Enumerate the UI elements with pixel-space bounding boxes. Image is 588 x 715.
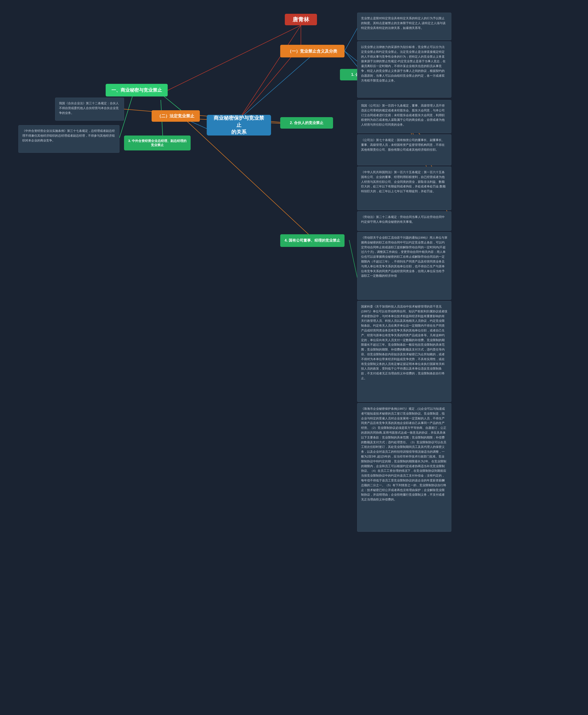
svg-line-2 — [239, 51, 317, 120]
text-card-company-law-149: 我国《公司法》第一百四十九条规定，董事、高级管理人员不得违反公司章程的规定或者未… — [357, 100, 451, 133]
svg-line-8 — [161, 94, 184, 112]
text-card-labor-notice-1996: 《劳动部关于企业职工流动若干问题的通知(1996)》用人单位与掌握商业秘密的职工… — [357, 232, 451, 300]
svg-line-4 — [344, 51, 358, 68]
text-card-state-science-1997: 国家科委《关于加强科技人员流动中技术秘密管理的若干意见(1997)》单位可以在劳… — [357, 301, 451, 402]
level3-node-foreign-company: 3. 中外合资经营企业总经理、副总经理的 竞业禁止 — [124, 135, 191, 150]
text-card-definition: 竞业禁止是限对特定营业具有特定关系的特定人的行为予以限止的制度。其特点是被禁止的… — [357, 13, 451, 40]
center-node: 商业秘密保护与竞业禁止 的关系 — [207, 115, 271, 135]
root-node: 唐青林 — [285, 14, 317, 25]
svg-line-3 — [344, 26, 358, 51]
level3-node-partnership: 2. 合伙人的竞业禁止 — [280, 117, 333, 129]
text-card-criminal-law-165: 《中华人民共和国刑法》第一百六十五条规定：第一百六十五条 国有公司、企业的董事、… — [357, 167, 451, 210]
text-card-company-law-70: 《公司法》第七十条规定：国有独资公司的董事长、副董事长、董事、高级管理人员，未经… — [357, 134, 451, 165]
text-card-zhuhai-regulation: 《珠海市企业秘密保护条例(1997)》规定，(1)企业可以与知道或者可能知道技术… — [357, 403, 451, 532]
level2-node-statutory: （二）法定竞业禁止 — [152, 110, 200, 122]
text-card-partnership-law-32: 我国《合伙企业法》第三十二条规定：合伙人不得自营或委托他人合伙经营与本合伙企业竞… — [55, 98, 124, 121]
level3-node-state-owned: 4. 国有公司董事、经理的竞业禁止 — [280, 234, 344, 247]
level1-node-business-secret: 一、商业秘密与竞业禁止 — [106, 84, 168, 97]
text-card-labor-law-22: 《劳动法》第二十二条规定：劳动合同当事人可以在劳动合同中约定保守用人单位商业秘密… — [357, 211, 451, 231]
svg-line-0 — [161, 25, 301, 94]
svg-line-1 — [239, 25, 301, 120]
svg-line-7 — [184, 118, 315, 240]
level2-node-definition: （一）竞业禁止含义及分类 — [280, 45, 344, 58]
text-card-classification: 以竞业禁止法律效力的采源作为划分标准，竞业禁止可以分为法定竞业禁止和约定竞业禁止… — [357, 41, 451, 98]
svg-line-14 — [349, 240, 358, 282]
left-card-foreign-jv: 《中外合资经营企业法实施条例》第三十七条规定，总经理或者副总经理不得兼任其他经济… — [18, 125, 120, 153]
mind-map-container: 唐青林 商业秘密保护与竞业禁止 的关系 一、商业秘密与竞业禁止 （一）竞业禁止含… — [0, 0, 588, 715]
